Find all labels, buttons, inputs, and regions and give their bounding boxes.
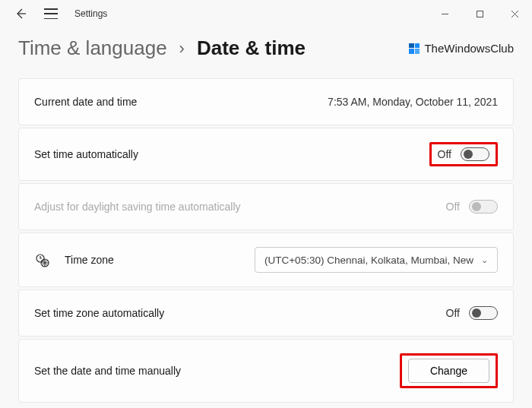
page-title: Date & time bbox=[197, 36, 306, 60]
set-manually-label: Set the date and time manually bbox=[34, 365, 181, 377]
change-button[interactable]: Change bbox=[408, 359, 489, 383]
chevron-down-icon: ⌄ bbox=[481, 255, 488, 265]
windows-icon bbox=[409, 43, 420, 54]
row-set-manually: Set the date and time manually Change bbox=[18, 339, 514, 403]
set-time-auto-state: Off bbox=[438, 148, 451, 160]
back-button[interactable] bbox=[14, 7, 27, 21]
close-button[interactable] bbox=[497, 2, 532, 26]
titlebar: Settings bbox=[0, 0, 532, 27]
row-timezone: Time zone (UTC+05:30) Chennai, Kolkata, … bbox=[18, 232, 514, 287]
highlight-box: Off bbox=[429, 142, 498, 166]
row-set-time-automatically[interactable]: Set time automatically Off bbox=[18, 128, 514, 181]
set-time-auto-label: Set time automatically bbox=[34, 148, 138, 160]
breadcrumb-parent[interactable]: Time & language bbox=[18, 36, 167, 60]
row-dst-auto: Adjust for daylight saving time automati… bbox=[18, 183, 514, 230]
current-datetime-label: Current date and time bbox=[34, 96, 137, 108]
highlight-box: Change bbox=[400, 353, 498, 388]
globe-clock-icon bbox=[34, 252, 49, 267]
brand-name: TheWindowsClub bbox=[424, 42, 514, 55]
dst-auto-toggle bbox=[469, 200, 498, 213]
set-tz-auto-label: Set time zone automatically bbox=[34, 307, 164, 319]
app-title: Settings bbox=[74, 8, 107, 19]
current-datetime-value: 7:53 AM, Monday, October 11, 2021 bbox=[328, 96, 498, 108]
row-set-timezone-automatically[interactable]: Set time zone automatically Off bbox=[18, 289, 514, 337]
dst-auto-state: Off bbox=[446, 201, 460, 213]
menu-icon[interactable] bbox=[44, 8, 58, 19]
dst-auto-label: Adjust for daylight saving time automati… bbox=[34, 201, 241, 213]
svg-rect-1 bbox=[477, 11, 483, 17]
timezone-value: (UTC+05:30) Chennai, Kolkata, Mumbai, Ne… bbox=[264, 255, 473, 266]
set-tz-auto-state: Off bbox=[446, 307, 460, 319]
minimize-button[interactable] bbox=[427, 2, 462, 26]
chevron-right-icon: › bbox=[179, 39, 185, 59]
brand-logo: TheWindowsClub bbox=[409, 42, 514, 55]
timezone-label: Time zone bbox=[65, 254, 114, 266]
breadcrumb: Time & language › Date & time bbox=[18, 36, 306, 60]
set-tz-auto-toggle[interactable] bbox=[469, 306, 498, 320]
maximize-button[interactable] bbox=[462, 2, 497, 26]
row-current-datetime: Current date and time 7:53 AM, Monday, O… bbox=[18, 78, 514, 125]
timezone-select[interactable]: (UTC+05:30) Chennai, Kolkata, Mumbai, Ne… bbox=[255, 247, 498, 273]
set-time-auto-toggle[interactable] bbox=[461, 147, 489, 161]
